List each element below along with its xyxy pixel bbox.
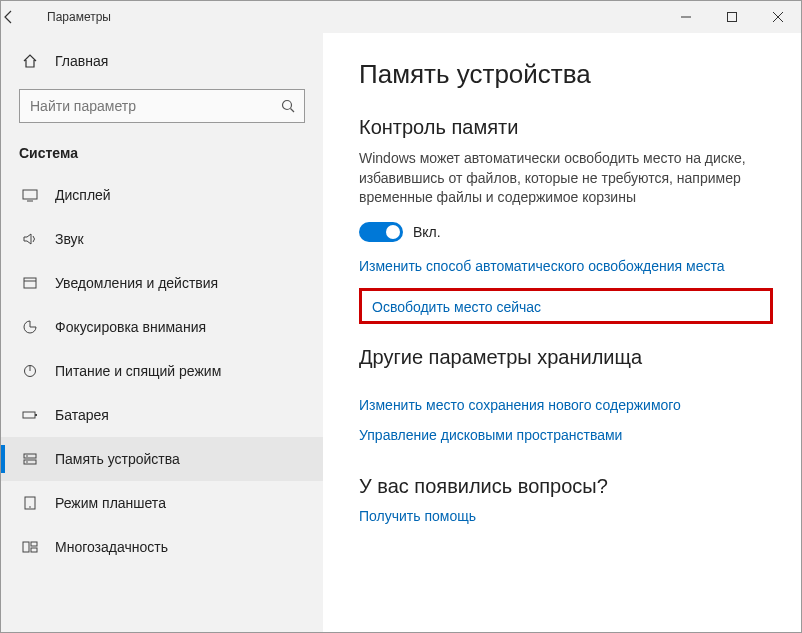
sidebar-item-sound[interactable]: Звук	[1, 217, 323, 261]
link-save-locations[interactable]: Изменить место сохранения нового содержи…	[359, 397, 773, 413]
home-icon	[19, 53, 41, 69]
sidebar-item-focus[interactable]: Фокусировка внимания	[1, 305, 323, 349]
main-content: Память устройства Контроль памяти Window…	[323, 33, 801, 632]
titlebar: Параметры	[1, 1, 801, 33]
link-change-auto-free[interactable]: Изменить способ автоматического освобожд…	[359, 258, 773, 274]
focus-icon	[19, 319, 41, 335]
help-heading: У вас появились вопросы?	[359, 475, 773, 498]
sidebar-item-tablet[interactable]: Режим планшета	[1, 481, 323, 525]
svg-rect-20	[23, 542, 29, 552]
tablet-icon	[19, 495, 41, 511]
sidebar-item-label: Фокусировка внимания	[55, 319, 206, 335]
svg-rect-13	[35, 414, 37, 416]
sidebar-item-label: Дисплей	[55, 187, 111, 203]
link-free-space-now[interactable]: Освободить место сейчас	[372, 299, 760, 315]
multitasking-icon	[19, 539, 41, 555]
link-get-help[interactable]: Получить помощь	[359, 508, 773, 524]
sidebar-item-label: Режим планшета	[55, 495, 166, 511]
sidebar-home-label: Главная	[55, 53, 108, 69]
highlight-box: Освободить место сейчас	[359, 288, 773, 324]
storage-sense-toggle-label: Вкл.	[413, 224, 441, 240]
storage-sense-toggle-row: Вкл.	[359, 222, 773, 242]
sidebar-item-multitasking[interactable]: Многозадачность	[1, 525, 323, 569]
sidebar-item-storage[interactable]: Память устройства	[1, 437, 323, 481]
storage-sense-toggle[interactable]	[359, 222, 403, 242]
storage-sense-description: Windows может автоматически освободить м…	[359, 149, 769, 208]
svg-point-17	[26, 461, 28, 463]
battery-icon	[19, 407, 41, 423]
sidebar-item-label: Память устройства	[55, 451, 180, 467]
page-title: Память устройства	[359, 59, 773, 90]
close-button[interactable]	[755, 1, 801, 33]
search-wrap	[19, 89, 305, 123]
svg-point-19	[29, 506, 31, 508]
svg-rect-15	[24, 460, 36, 464]
svg-point-4	[283, 101, 292, 110]
sound-icon	[19, 231, 41, 247]
window-title: Параметры	[41, 10, 111, 24]
storage-sense-heading: Контроль памяти	[359, 116, 773, 139]
sidebar-item-battery[interactable]: Батарея	[1, 393, 323, 437]
sidebar-item-power[interactable]: Питание и спящий режим	[1, 349, 323, 393]
svg-rect-12	[23, 412, 35, 418]
svg-rect-6	[23, 190, 37, 199]
sidebar-item-label: Звук	[55, 231, 84, 247]
sidebar-item-label: Многозадачность	[55, 539, 168, 555]
maximize-button[interactable]	[709, 1, 755, 33]
svg-point-16	[26, 455, 28, 457]
power-icon	[19, 363, 41, 379]
other-storage-heading: Другие параметры хранилища	[359, 346, 773, 369]
sidebar-category: Система	[1, 139, 323, 173]
search-input[interactable]	[19, 89, 305, 123]
search-icon	[281, 99, 295, 113]
sidebar-item-label: Батарея	[55, 407, 109, 423]
sidebar-home[interactable]: Главная	[1, 43, 323, 79]
display-icon	[19, 187, 41, 203]
notifications-icon	[19, 275, 41, 291]
sidebar-item-label: Питание и спящий режим	[55, 363, 221, 379]
svg-rect-21	[31, 542, 37, 546]
svg-rect-14	[24, 454, 36, 458]
sidebar-item-notifications[interactable]: Уведомления и действия	[1, 261, 323, 305]
sidebar: Главная Система Дисплей Звук Уведомления…	[1, 33, 323, 632]
storage-icon	[19, 451, 41, 467]
svg-rect-22	[31, 548, 37, 552]
svg-rect-1	[728, 13, 737, 22]
minimize-button[interactable]	[663, 1, 709, 33]
link-disk-spaces[interactable]: Управление дисковыми пространствами	[359, 427, 773, 443]
sidebar-nav: Дисплей Звук Уведомления и действия Фоку…	[1, 173, 323, 569]
svg-rect-8	[24, 278, 36, 288]
sidebar-item-display[interactable]: Дисплей	[1, 173, 323, 217]
svg-line-5	[291, 109, 295, 113]
sidebar-item-label: Уведомления и действия	[55, 275, 218, 291]
back-button[interactable]	[1, 9, 41, 25]
